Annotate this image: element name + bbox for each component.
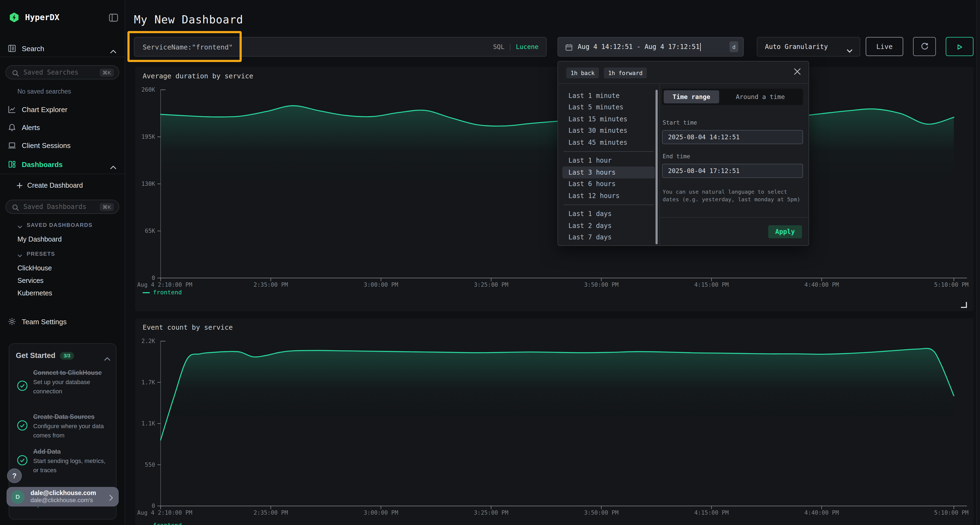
- query-language-toggle[interactable]: SQL | Lucene: [493, 43, 538, 51]
- chart-legend[interactable]: frontend: [143, 289, 182, 296]
- start-time-label: Start time: [663, 119, 697, 126]
- time-range-option[interactable]: Last 14 days: [562, 243, 655, 246]
- user-menu[interactable]: D dale@clickhouse.com dale@clickhouse.co…: [6, 487, 119, 506]
- legend-label: frontend: [153, 522, 182, 525]
- page-title: My New Dashboard: [134, 13, 243, 26]
- sidebar-item-client-sessions[interactable]: Client Sessions: [0, 140, 125, 151]
- chart-panel-avg-duration[interactable]: Average duration by service 260K195K130K…: [135, 67, 974, 311]
- chart-legend[interactable]: frontend: [143, 522, 182, 525]
- chevron-up-icon: [110, 162, 116, 167]
- line-chart: 260K195K130K65K0Aug 4 2:10:00 PM2:35:00 …: [135, 67, 974, 311]
- get-started-header[interactable]: Get Started 3/3: [16, 351, 111, 360]
- user-email: dale@clickhouse.com: [30, 489, 96, 497]
- calendar-icon: [565, 43, 573, 51]
- time-range-option[interactable]: Last 45 minutes: [562, 136, 655, 148]
- time-range-option[interactable]: Last 2 days: [562, 220, 655, 232]
- time-range-option[interactable]: Last 1 days: [562, 208, 655, 220]
- time-range-option[interactable]: Last 5 minutes: [562, 102, 655, 113]
- svg-text:260K: 260K: [141, 87, 155, 93]
- end-time-input[interactable]: 2025-08-04 17:12:51: [662, 164, 803, 178]
- time-range-option-selected[interactable]: Last 3 hours: [562, 167, 655, 178]
- checklist-item-datasources[interactable]: Create Data Sources Configure where your…: [17, 412, 111, 440]
- checklist-item-desc: Set up your database connection: [33, 378, 107, 396]
- refresh-button[interactable]: [913, 37, 936, 56]
- close-icon[interactable]: [793, 67, 802, 76]
- saved-dashboards-input[interactable]: Saved Dashboards ⌘K: [5, 200, 119, 214]
- hyperdx-logo-icon: [9, 12, 20, 23]
- sidebar-item-dashboards[interactable]: Dashboards: [0, 159, 125, 170]
- tab-around-a-time[interactable]: Around a time: [719, 90, 802, 103]
- checklist-item-connect[interactable]: Connect to ClickHouse Set up your databa…: [17, 368, 111, 396]
- time-range-option[interactable]: Last 7 days: [562, 232, 655, 243]
- divider: [563, 205, 654, 205]
- text-caret: [700, 43, 701, 51]
- dashboards-icon: [8, 160, 16, 169]
- scrollbar-thumb[interactable]: [655, 90, 658, 244]
- line-chart: 2.2K1.7K1.1K5500Aug 4 2:10:00 PM2:35:00 …: [135, 318, 974, 525]
- presets-section-header[interactable]: PRESETS: [18, 251, 55, 257]
- search-query-input[interactable]: ServiceName:"frontend" SQL | Lucene: [134, 37, 547, 57]
- sidebar-collapse-icon[interactable]: [109, 13, 118, 22]
- bell-icon: [8, 123, 16, 132]
- saved-dashboards-placeholder: Saved Dashboards: [24, 203, 100, 211]
- end-time-value: 2025-08-04 17:12:51: [668, 167, 740, 174]
- sidebar-item-team-settings[interactable]: Team Settings: [0, 316, 125, 327]
- sql-toggle[interactable]: SQL: [493, 43, 504, 51]
- shift-back-button[interactable]: 1h back: [566, 67, 599, 78]
- svg-text:3:25:00 PM: 3:25:00 PM: [474, 282, 508, 288]
- sidebar-item-services[interactable]: Services: [18, 277, 43, 284]
- divider: [659, 217, 809, 217]
- sidebar-item-kubernetes[interactable]: Kubernetes: [18, 289, 52, 297]
- svg-text:2.2K: 2.2K: [141, 338, 155, 344]
- shift-forward-button[interactable]: 1h forward: [604, 67, 647, 78]
- granularity-select[interactable]: Auto Granularity: [757, 37, 860, 57]
- checklist-item-desc: Configure where your data comes from: [33, 422, 107, 440]
- lucene-toggle[interactable]: Lucene: [516, 43, 538, 51]
- check-circle-icon: [17, 455, 28, 466]
- time-range-list: Last 1 minute Last 5 minutes Last 15 min…: [562, 90, 655, 246]
- sidebar-item-my-dashboard[interactable]: My Dashboard: [18, 236, 62, 243]
- sidebar-item-clickhouse[interactable]: ClickHouse: [18, 265, 52, 272]
- time-range-option[interactable]: Last 6 hours: [562, 178, 655, 190]
- chevron-down-icon: [18, 223, 22, 227]
- page-scrollbar[interactable]: [976, 0, 980, 525]
- svg-text:3:25:00 PM: 3:25:00 PM: [474, 509, 508, 516]
- checklist-item-add-data[interactable]: Add Data Start sending logs, metrics, or…: [17, 447, 111, 475]
- logs-icon: [8, 44, 16, 53]
- time-range-option[interactable]: Last 15 minutes: [562, 113, 655, 125]
- sidebar: HyperDX Search Saved Searches ⌘K No save…: [0, 0, 125, 525]
- checklist-item-title: Add Data: [33, 447, 107, 457]
- play-button[interactable]: [946, 37, 974, 56]
- divider: [0, 57, 125, 57]
- svg-text:550: 550: [145, 462, 155, 468]
- create-dashboard-button[interactable]: Create Dashboard: [0, 180, 125, 191]
- panel-resize-handle[interactable]: [961, 302, 967, 308]
- chart-panel-event-count[interactable]: Event count by service 2.2K1.7K1.1K5500A…: [135, 318, 974, 525]
- time-range-option[interactable]: Last 12 hours: [562, 190, 655, 201]
- checklist-item-desc: Start sending logs, metrics, or traces: [33, 457, 107, 475]
- apply-button[interactable]: Apply: [768, 225, 802, 238]
- saved-dashboards-section-header[interactable]: SAVED DASHBOARDS: [18, 222, 92, 228]
- chart-explorer-icon: [8, 105, 16, 114]
- sidebar-item-search[interactable]: Search: [0, 43, 125, 54]
- start-time-input[interactable]: 2025-08-04 14:12:51: [662, 130, 803, 144]
- tab-time-range[interactable]: Time range: [664, 90, 719, 103]
- time-range-option[interactable]: Last 1 hour: [562, 155, 655, 167]
- help-button[interactable]: ?: [7, 468, 22, 483]
- chevron-down-icon: [18, 252, 22, 255]
- main-content: My New Dashboard ServiceName:"frontend" …: [125, 0, 980, 525]
- time-range-option[interactable]: Last 30 minutes: [562, 125, 655, 136]
- time-range-option[interactable]: Last 1 minute: [562, 90, 655, 102]
- live-button[interactable]: Live: [865, 37, 903, 56]
- sidebar-item-chart-explorer[interactable]: Chart Explorer: [0, 104, 125, 115]
- svg-text:4:15:00 PM: 4:15:00 PM: [694, 282, 729, 288]
- kbd-shortcut: d: [730, 41, 738, 52]
- saved-searches-input[interactable]: Saved Searches ⌘K: [5, 65, 119, 79]
- chevron-up-icon: [104, 353, 111, 358]
- svg-text:195K: 195K: [141, 133, 155, 140]
- sidebar-item-alerts[interactable]: Alerts: [0, 122, 125, 133]
- svg-text:65K: 65K: [145, 228, 155, 234]
- time-range-picker-input[interactable]: Aug 4 14:12:51 - Aug 4 17:12:51 d: [557, 37, 744, 57]
- gear-icon: [8, 317, 16, 326]
- svg-text:1.1K: 1.1K: [141, 420, 155, 427]
